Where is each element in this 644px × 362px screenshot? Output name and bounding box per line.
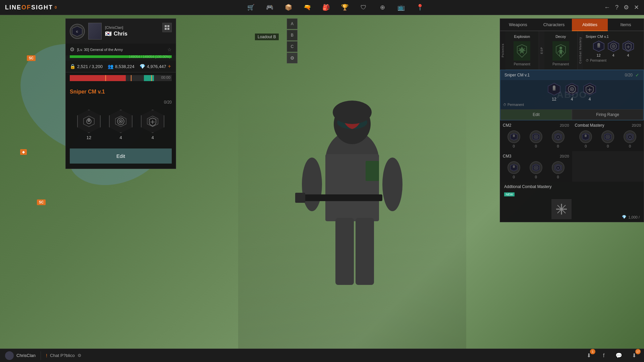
nav-gun[interactable]: 🔫 (303, 3, 312, 12)
clan-name: [ChrisClan] (105, 25, 172, 29)
svg-rect-75 (513, 165, 515, 168)
cm-main-shield-svg (626, 133, 634, 140)
nav-shield[interactable]: 🛡 (359, 3, 368, 12)
loadout-c-btn[interactable]: C (287, 41, 298, 52)
bottom-chat-section[interactable]: ! Chat P?blico ⚙ (41, 353, 87, 358)
cm3-icon-1: 0 (507, 161, 520, 179)
nav-location[interactable]: 📍 (415, 3, 425, 12)
map-marker-2: ◆ (20, 149, 27, 155)
profile-header: C [ChrisClan] 🇰🇷 Chris (66, 19, 176, 44)
character-silhouette (238, 94, 466, 349)
loadout-b-label: Loadout B (255, 34, 279, 40)
cm-range-button[interactable]: Firing Range (572, 109, 643, 120)
nav-controller[interactable]: 🎮 (265, 3, 274, 12)
cm3-shield-icon (552, 161, 565, 174)
nav-tv[interactable]: 📺 (396, 3, 406, 12)
cm-edit-button[interactable]: Edit (500, 109, 572, 120)
loadout-a-btn[interactable]: A (287, 18, 298, 29)
additional-combat-section: Addtional Combat Mastery NEW 💎 1,000 / (500, 182, 644, 222)
svg-rect-7 (356, 218, 374, 285)
add-diamond-button[interactable]: + (168, 63, 171, 69)
loadout-count: 0/20 (70, 100, 172, 105)
svg-point-42 (613, 46, 614, 47)
chat-button[interactable]: 💬 (614, 351, 624, 361)
svg-rect-9 (295, 193, 305, 203)
sniper-cm-detail-icons: 12 4 (503, 83, 641, 102)
right-grid: CM2 20/20 0 (500, 120, 644, 182)
cm2-val1: 0 (513, 144, 515, 148)
grid-view-button[interactable] (162, 23, 172, 32)
settings-button[interactable]: ⚙ (624, 4, 629, 11)
nav-box[interactable]: 📦 (284, 3, 293, 12)
abilities-main-content: Explosion Permanent ESP Decoy (505, 31, 644, 70)
notifications-badge: 17 (635, 349, 641, 354)
shield-plus-icon (147, 115, 159, 127)
svg-point-5 (382, 158, 402, 211)
cm-main-val1: 0 (585, 144, 587, 148)
tab-items[interactable]: Items (608, 19, 644, 31)
nav-crosshair[interactable]: ⊕ (378, 3, 387, 12)
detail-bullet-icon (548, 83, 560, 96)
tab-abilities[interactable]: Abilities (572, 19, 608, 31)
psionics-label: Psionics (500, 31, 505, 70)
sniper-shield-icon (623, 41, 634, 52)
svg-point-52 (571, 88, 573, 90)
player-count-value: 8,538,224 (115, 64, 135, 69)
help-button[interactable]: ? (615, 4, 619, 11)
detail-target-icon (566, 83, 578, 96)
nav-bag[interactable]: 🎒 (321, 3, 331, 12)
nav-cart[interactable]: 🛒 (246, 3, 256, 12)
target-icon (115, 115, 127, 127)
progress-pip-1 (105, 75, 106, 81)
cm3-count: 20/20 (560, 154, 569, 158)
detail-perm: ⏱ Permanent (503, 103, 641, 107)
esp-label: ESP (539, 31, 544, 69)
svg-point-61 (536, 136, 536, 137)
sniper-target-icon (608, 41, 619, 52)
combat-mastery-side-label: Combat Mastery (578, 31, 583, 69)
progress-time: 00:00 (161, 75, 170, 79)
back-button[interactable]: ← (604, 4, 610, 11)
sniper-cm-val3: 4 (623, 53, 634, 57)
decoy-icon (552, 41, 569, 61)
download-badge: 1 (590, 349, 595, 354)
cm2-title: CM2 (503, 123, 511, 128)
cm2-count: 20/20 (560, 123, 569, 127)
xp-bar: 149054 / 149054 (100.00%) (70, 55, 172, 58)
rank-section: ⚙ [Lv. 30] General of the Army ☆ (66, 44, 176, 55)
lock-value: 2,521 / 3,200 (77, 64, 103, 69)
download-button[interactable]: ⬇ 1 (584, 351, 594, 361)
cm2-val2: 0 (535, 144, 537, 148)
facebook-button[interactable]: f (599, 351, 609, 361)
loadout-special-btn[interactable]: ⚙ (287, 53, 298, 63)
detail-icon-1: 12 (548, 83, 560, 102)
svg-rect-38 (597, 46, 600, 48)
sniper-cm-top-title: Sniper CM v.1 (586, 35, 641, 39)
ability-2: 4 (109, 110, 132, 140)
tab-weapons[interactable]: Weapons (500, 19, 536, 31)
combat-mastery-count: 20/20 (632, 123, 641, 127)
notifications-button[interactable]: ⬇ 17 (629, 351, 639, 361)
chat-settings-icon[interactable]: ⚙ (77, 353, 82, 358)
loadout-b-btn[interactable]: B (287, 30, 298, 41)
cm3-icon-3: 0 (552, 161, 565, 179)
nav-trophy[interactable]: 🏆 (340, 3, 350, 12)
cm-main-icon-3: 0 (624, 130, 636, 148)
diamond-icon: 💎 (140, 64, 145, 69)
bottom-user-section: ChrisClan (0, 351, 41, 360)
cm3-icons: 0 0 (503, 161, 569, 179)
ability-2-num: 4 (119, 135, 122, 140)
svg-rect-66 (585, 134, 587, 137)
close-button[interactable]: ✕ (634, 4, 639, 11)
cm2-bullet-icon (507, 130, 520, 143)
cm3-icon-2: 0 (530, 161, 542, 179)
cm3-header: CM3 20/20 (503, 154, 569, 159)
edit-loadout-button[interactable]: Edit (70, 148, 172, 164)
cm2-header: CM2 20/20 (503, 123, 569, 128)
sniper-cm-icons-row: 12 4 (586, 41, 641, 57)
sniper-cm-icons-area: 12 4 (500, 80, 643, 109)
tab-characters[interactable]: Characters (536, 19, 572, 31)
ability-2-hex (109, 110, 132, 133)
diamond-stat: 💎 4,976,447 + (140, 63, 171, 69)
sniper-cm-header-right: 0/20 ✓ (625, 72, 639, 78)
